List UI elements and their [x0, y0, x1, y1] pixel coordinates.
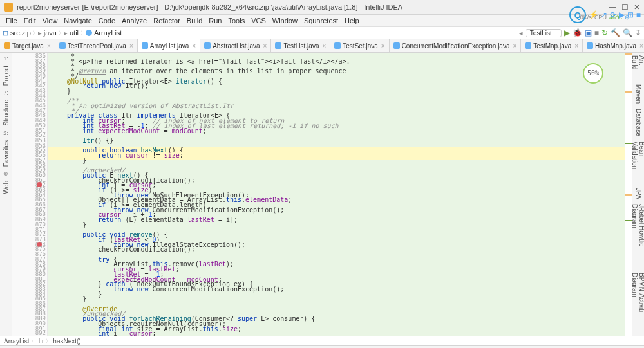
menu-run[interactable]: Run: [205, 17, 225, 24]
close-tab-icon[interactable]: ×: [513, 42, 517, 50]
close-tab-icon[interactable]: ×: [381, 42, 385, 50]
square-icon[interactable]: ■: [636, 10, 641, 19]
code-editor[interactable]: 50% * * <p>The returned iterator is <a h…: [48, 53, 625, 336]
editor-tab[interactable]: TestSet.java×: [330, 39, 389, 52]
back-icon[interactable]: ◂: [519, 29, 523, 37]
line-number[interactable]: 892: [30, 330, 46, 338]
tool-jrebel-howtlic-diagram[interactable]: JRebel Howtlic Diagram: [631, 201, 644, 270]
menu-squaretest[interactable]: Squaretest: [301, 17, 341, 24]
menu-window[interactable]: Window: [269, 17, 301, 24]
editor-tab[interactable]: ConcurrentModificationException.java×: [390, 39, 522, 52]
right-tool-stripe: Ant BuildMavenDatabaseBean ValidationJPA…: [632, 53, 644, 336]
close-tab-icon[interactable]: ×: [192, 42, 196, 50]
crumb[interactable]: ArrayList: [92, 29, 124, 37]
editor-tabs: Target.java×TestThreadPool.java×ArrayLis…: [0, 39, 644, 53]
menu-edit[interactable]: Edit: [21, 17, 39, 24]
tab-label: TestThreadPool.java: [68, 42, 126, 50]
editor-tab[interactable]: TestMap.java×: [521, 39, 583, 52]
file-icon: [275, 42, 281, 49]
tab-label: Target.java: [12, 42, 44, 50]
file-icon: [393, 42, 400, 49]
run-icon[interactable]: ▶: [564, 28, 570, 37]
tool-maven[interactable]: Maven: [635, 82, 642, 106]
menu-file[interactable]: File: [3, 17, 21, 24]
vcs-update-icon[interactable]: ↧: [635, 28, 641, 37]
tool-structure[interactable]: Structure: [3, 97, 10, 129]
tool-number: 2:: [3, 130, 8, 136]
menu-view[interactable]: View: [39, 17, 61, 24]
editor-tab[interactable]: ArrayList.java×: [138, 39, 200, 52]
menu-vcs[interactable]: VCS: [248, 17, 269, 24]
presentation-widget: Q ⚡ ↗ ⟳ ▶ ⊞ ■: [569, 6, 641, 23]
crumb[interactable]: util: [68, 29, 80, 37]
tool-project[interactable]: Project: [3, 63, 10, 88]
stop-icon[interactable]: ■: [594, 28, 599, 37]
tab-label: TestSet.java: [343, 42, 377, 50]
tab-label: ConcurrentModificationException.java: [402, 42, 510, 50]
tool-bean-validation[interactable]: Bean Validation: [631, 139, 644, 185]
play-icon[interactable]: ▶: [619, 10, 625, 19]
editor-tab[interactable]: Target.java×: [0, 39, 55, 52]
gutter[interactable]: 8368378388398408418428438448458468478488…: [12, 53, 48, 336]
q-icon[interactable]: Q: [569, 6, 586, 23]
editor-tab[interactable]: AbstractList.java×: [200, 39, 271, 52]
close-tab-icon[interactable]: ×: [574, 42, 578, 50]
run-config-select[interactable]: TestList: [526, 29, 562, 37]
file-icon: [4, 42, 10, 49]
arrow-icon[interactable]: ↗: [601, 10, 607, 19]
tool-web[interactable]: Web: [3, 178, 10, 196]
menu-refactor[interactable]: Refactor: [150, 17, 184, 24]
left-tool-stripe: 1:Project7:Structure2:Favorites⊕Web: [0, 53, 12, 336]
close-tab-icon[interactable]: ×: [47, 42, 51, 50]
code-line[interactable]: int i = cursor;: [48, 330, 625, 336]
file-icon: [142, 42, 148, 49]
bc-inner[interactable]: Itr: [38, 338, 44, 345]
close-tab-icon[interactable]: ×: [322, 42, 326, 50]
refresh-icon[interactable]: ⟳: [610, 10, 616, 19]
search-icon[interactable]: 🔍: [623, 28, 632, 37]
bc-method[interactable]: hasNext(): [53, 338, 80, 345]
tool-number: 7:: [3, 89, 8, 96]
tool-number: ⊕: [3, 170, 8, 177]
menu-code[interactable]: Code: [95, 17, 118, 24]
menu-navigate[interactable]: Navigate: [61, 17, 95, 24]
tool-jpa[interactable]: JPA: [635, 185, 642, 202]
editor-tab[interactable]: TestThreadPool.java×: [55, 39, 138, 52]
class-icon: [86, 30, 92, 36]
crumb[interactable]: src.zip: [8, 29, 33, 37]
debug-icon[interactable]: 🐞: [573, 28, 582, 37]
coverage-icon[interactable]: ▣: [585, 28, 592, 37]
tool-database[interactable]: Database: [635, 106, 642, 139]
bottom-tool-stripe: ▶4: Run🐞5: Debug≡6: TODO🍃Spring>_Termina…: [0, 345, 644, 348]
code-insight-badge[interactable]: 50%: [583, 63, 603, 84]
tab-label: TestList.java: [283, 42, 319, 50]
menu-build[interactable]: Build: [184, 17, 205, 24]
tool-ant-build[interactable]: Ant Build: [631, 53, 644, 82]
tool-number: 1:: [3, 55, 8, 62]
tab-label: ArrayList.java: [150, 42, 189, 50]
bc-class[interactable]: ArrayList: [4, 338, 29, 345]
menu-help[interactable]: Help: [341, 17, 363, 24]
editor-tab[interactable]: HashMap.java×: [583, 39, 644, 52]
editor-tab[interactable]: TestList.java×: [271, 39, 330, 52]
tab-label: HashMap.java: [595, 42, 636, 50]
grid-icon[interactable]: ⊞: [627, 10, 634, 19]
wand-icon[interactable]: ⚡: [589, 10, 598, 19]
close-tab-icon[interactable]: ×: [129, 42, 133, 50]
tab-label: AbstractList.java: [213, 42, 260, 50]
menu-tools[interactable]: Tools: [225, 17, 248, 24]
crumb[interactable]: java: [42, 29, 59, 37]
menu-bar: FileEditViewNavigateCodeAnalyzeRefactorB…: [0, 15, 644, 27]
file-icon: [59, 42, 66, 49]
file-icon: [587, 42, 593, 49]
rerun-icon[interactable]: ↻: [601, 28, 608, 37]
close-tab-icon[interactable]: ×: [263, 42, 267, 50]
build-icon[interactable]: 🔨: [611, 28, 620, 37]
menu-analyze[interactable]: Analyze: [118, 17, 150, 24]
error-stripe[interactable]: [625, 53, 632, 336]
tool-favorites[interactable]: Favorites: [3, 138, 10, 169]
tool-bpmn-activiti-diagram[interactable]: BPMN-Activiti-Diagram: [631, 270, 644, 336]
file-icon: [525, 42, 531, 49]
tab-label: TestMap.java: [533, 42, 571, 50]
close-tab-icon[interactable]: ×: [639, 42, 643, 50]
